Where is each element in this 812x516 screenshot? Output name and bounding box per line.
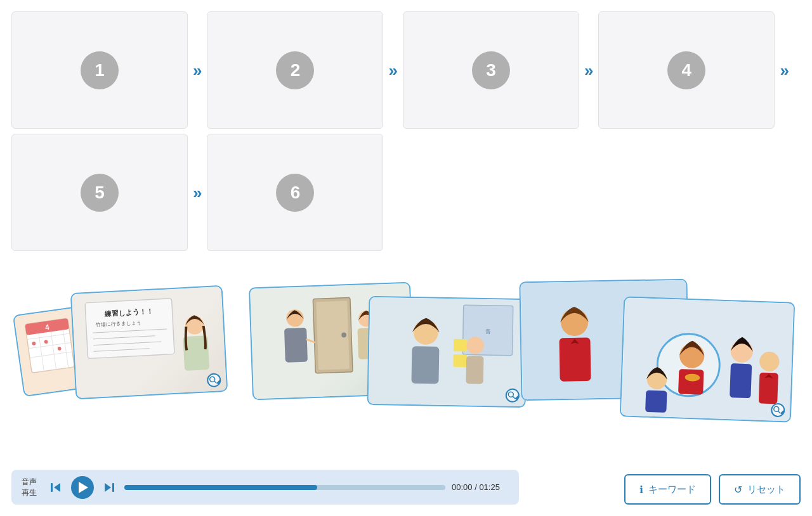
skip-forward-button[interactable] [100, 479, 118, 496]
audio-label: 音声 再生 [22, 477, 41, 498]
step-card-2[interactable]: 2 [207, 11, 383, 129]
svg-line-43 [513, 396, 515, 399]
progress-bar[interactable] [124, 485, 445, 490]
svg-rect-69 [112, 483, 114, 492]
step-number-1: 1 [81, 51, 119, 89]
svg-rect-46 [559, 337, 591, 381]
image-card-2[interactable]: 練習しよう！！ 竹場に行きましょう [70, 285, 228, 399]
time-display: 00:00 / 01:25 [452, 482, 509, 492]
step-arrow-2: » [388, 62, 397, 79]
svg-point-65 [773, 406, 778, 411]
step-arrow-3: » [584, 62, 593, 79]
step-number-6: 6 [276, 174, 314, 212]
svg-line-24 [214, 381, 216, 384]
step-card-4[interactable]: 4 [598, 11, 775, 129]
svg-point-42 [508, 392, 513, 397]
step-card-1[interactable]: 1 [11, 11, 188, 129]
svg-rect-41 [466, 356, 483, 384]
svg-rect-36 [454, 339, 468, 352]
steps-grid: 1 » 2 » 3 » 4 » 5 » 6 [0, 0, 812, 256]
keyword-button[interactable]: ℹ キーワード [624, 474, 711, 505]
skip-back-button[interactable] [47, 479, 65, 496]
svg-rect-67 [51, 483, 53, 492]
time-separator: / [473, 482, 480, 492]
svg-rect-56 [645, 390, 667, 413]
svg-line-66 [778, 411, 780, 413]
step-arrow-5: » [193, 184, 202, 201]
svg-rect-29 [284, 328, 308, 363]
info-icon: ℹ [639, 484, 643, 496]
svg-rect-58 [678, 369, 704, 395]
step-arrow-4: » [780, 62, 789, 79]
step-card-6[interactable]: 6 [207, 134, 383, 251]
image-cards-section: 4 [0, 275, 812, 465]
step-number-2: 2 [276, 51, 314, 89]
reset-icon: ↺ [734, 484, 742, 496]
step-number-3: 3 [472, 51, 510, 89]
step-row-1: 1 » 2 » 3 » 4 » [11, 11, 794, 129]
step-card-3[interactable]: 3 [403, 11, 579, 129]
svg-rect-61 [730, 363, 752, 398]
svg-text:音: 音 [485, 328, 490, 335]
audio-player: 音声 再生 00:00 / 01:25 [11, 470, 519, 505]
image-card-6[interactable] [620, 296, 795, 422]
step-arrow-1: » [193, 62, 202, 79]
reset-label: リセット [747, 484, 785, 496]
reset-button[interactable]: ↺ リセット [719, 474, 801, 505]
step-number-4: 4 [667, 51, 705, 89]
svg-marker-70 [105, 483, 111, 492]
step-number-5: 5 [81, 174, 119, 212]
step-row-2: 5 » 6 [11, 134, 383, 251]
svg-rect-39 [411, 346, 439, 384]
image-card-4[interactable]: 音 [367, 296, 528, 408]
total-time: 01:25 [479, 482, 500, 492]
keyword-label: キーワード [648, 484, 696, 496]
play-icon [79, 482, 88, 493]
step-card-5[interactable]: 5 [11, 134, 188, 251]
action-buttons: ℹ キーワード ↺ リセット [624, 474, 801, 505]
progress-fill [124, 485, 317, 490]
current-time: 00:00 [452, 482, 473, 492]
play-button[interactable] [71, 476, 94, 499]
svg-line-32 [307, 339, 315, 342]
svg-rect-37 [453, 354, 467, 367]
svg-marker-68 [54, 483, 60, 492]
svg-point-23 [209, 377, 214, 382]
